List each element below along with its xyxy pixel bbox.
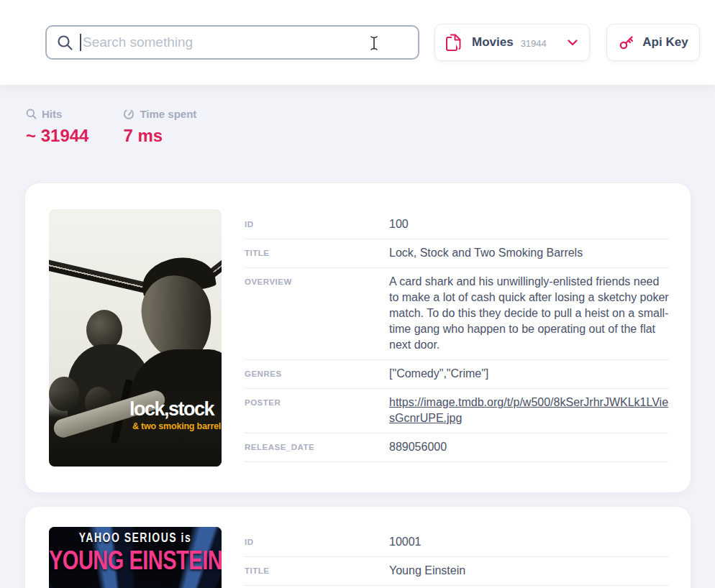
- chevron-down-icon: [568, 36, 578, 49]
- poster-subtitle-text: & two smoking barrels: [132, 421, 222, 431]
- api-key-button[interactable]: Api Key: [606, 24, 700, 61]
- time-spent-label: Time spent: [140, 108, 196, 120]
- field-value: ["Comedy","Crime"]: [389, 366, 669, 382]
- movie-poster-image: lock,stock & two smoking barrels: [49, 209, 222, 467]
- field-row-genres: GENRES ["Comedy","Crime"]: [245, 360, 669, 389]
- time-spent-stat: Time spent 7 ms: [123, 108, 196, 146]
- document-fields: ID 10001 TITLE Young Einstein OVERVIEW A…: [245, 528, 669, 588]
- api-key-label: Api Key: [642, 35, 688, 50]
- field-label: GENRES: [245, 366, 389, 378]
- field-value: 100: [389, 216, 669, 232]
- field-row-id: ID 100: [245, 211, 669, 239]
- index-document-count: 31944: [521, 38, 547, 49]
- search-bar: [45, 25, 419, 60]
- search-input[interactable]: [45, 25, 419, 60]
- field-value: A card shark and his unwillingly-enliste…: [389, 274, 669, 353]
- key-icon: [618, 34, 635, 51]
- poster-title-text: lock,stock: [129, 398, 214, 421]
- documents-icon: [445, 33, 462, 52]
- poster-tagline-text: YAHOO SERIOUS is: [49, 530, 222, 545]
- field-value: Young Einstein: [389, 563, 669, 579]
- field-row-id: ID 10001: [245, 528, 669, 557]
- hits-stat: Hits ~ 31944: [26, 108, 88, 146]
- field-value: 10001: [389, 534, 669, 550]
- poster-url-link[interactable]: https://image.tmdb.org/t/p/w500/8kSerJrh…: [389, 395, 669, 426]
- text-caret: [80, 34, 81, 51]
- index-name: Movies: [472, 35, 514, 50]
- result-card: YAHOO SERIOUS is YOUNG EINSTEIN ID 10001…: [25, 507, 691, 588]
- field-label: POSTER: [245, 395, 389, 407]
- document-fields: ID 100 TITLE Lock, Stock and Two Smoking…: [245, 211, 669, 467]
- hits-value: ~ 31944: [26, 126, 88, 146]
- timer-gauge-icon: [123, 109, 135, 120]
- hits-search-icon: [26, 109, 37, 119]
- field-label: OVERVIEW: [245, 274, 389, 286]
- field-row-title: TITLE Young Einstein: [245, 557, 669, 586]
- result-card: lock,stock & two smoking barrels ID 100 …: [25, 183, 691, 492]
- field-label: TITLE: [245, 245, 389, 257]
- hits-label: Hits: [42, 108, 62, 120]
- field-row-poster: POSTER https://image.tmdb.org/t/p/w500/8…: [245, 389, 669, 433]
- field-value: Lock, Stock and Two Smoking Barrels: [389, 245, 669, 261]
- movie-poster-image: YAHOO SERIOUS is YOUNG EINSTEIN: [49, 527, 222, 588]
- field-value: 889056000: [389, 439, 669, 455]
- time-spent-value: 7 ms: [123, 126, 196, 146]
- header: Movies 31944 Api Key: [0, 0, 715, 85]
- field-label: ID: [245, 216, 389, 229]
- search-stats: Hits ~ 31944 Time spent 7 ms: [26, 108, 196, 146]
- field-row-overview: OVERVIEW A card shark and his unwillingl…: [245, 268, 669, 360]
- field-label: TITLE: [245, 563, 389, 575]
- poster-title-text: YOUNG EINSTEIN: [49, 545, 222, 576]
- field-label: ID: [245, 534, 389, 546]
- field-row-title: TITLE Lock, Stock and Two Smoking Barrel…: [245, 239, 669, 268]
- results-list: lock,stock & two smoking barrels ID 100 …: [25, 183, 691, 588]
- field-row-release-date: RELEASE_DATE 889056000: [245, 433, 669, 462]
- field-label: RELEASE_DATE: [245, 439, 389, 451]
- index-selector-button[interactable]: Movies 31944: [434, 24, 590, 61]
